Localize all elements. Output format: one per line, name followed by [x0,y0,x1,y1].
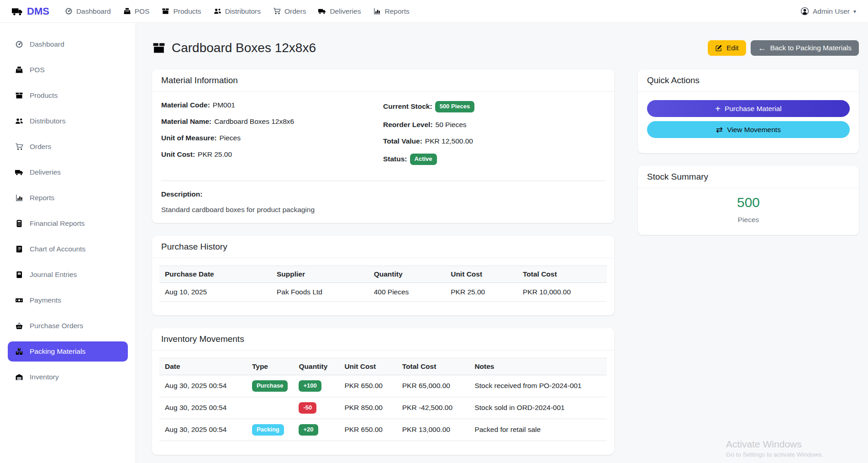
info-field-value: PM001 [213,101,235,109]
nav-item-distributors[interactable]: Distributors [214,7,261,16]
nav-item-label: POS [135,7,150,16]
info-field-label: Current Stock: [383,102,432,111]
sidebar-item-products[interactable]: Products [0,85,136,106]
sidebar-item-label: Products [30,91,58,100]
info-field: Reorder Level:50 Pieces [383,121,605,129]
view-movements-button[interactable]: ⇄ View Movements [647,121,850,138]
material-info-card: Material Information Material Code:PM001… [152,69,614,223]
user-menu[interactable]: Admin User ▾ [800,7,856,16]
sidebar-item-packing-materials[interactable]: Packing Materials [8,341,128,362]
brand-label: DMS [27,5,49,17]
inventory-movements-card: Inventory Movements DateTypeQuantityUnit… [152,328,614,455]
sidebar-item-label: POS [30,66,45,74]
description-text: Standard cardboard boxes for product pac… [161,206,605,214]
truck-icon [15,168,23,176]
sidebar-item-label: Journal Entries [30,271,77,279]
cart-icon [15,143,23,151]
basket-icon [15,322,23,330]
sidebar-item-deliveries[interactable]: Deliveries [0,162,136,182]
sidebar-item-label: Deliveries [30,168,61,176]
date-cell: Aug 30, 2025 00:54 [159,397,247,419]
sidebar-item-inventory[interactable]: Inventory [0,367,136,387]
stock-unit: Pieces [647,216,850,224]
navbar-items: DashboardPOSProductsDistributorsOrdersDe… [65,7,410,16]
sidebar-item-financial-reports[interactable]: Financial Reports [0,213,136,234]
info-field-label: Unit of Measure: [161,134,216,142]
type-cell: Purchase [247,375,294,397]
table-row: Aug 30, 2025 00:54Purchase+100PKR 650.00… [159,375,607,397]
sidebar-item-purchase-orders[interactable]: Purchase Orders [0,316,136,336]
date-cell: Aug 30, 2025 00:54 [159,375,247,397]
info-field-label: Total Value: [383,137,422,145]
quick-actions-card: Quick Actions + Purchase Material ⇄ View… [638,69,859,153]
plus-icon: + [715,104,721,113]
nav-item-orders[interactable]: Orders [273,7,306,16]
info-field: Material Code:PM001 [161,101,383,109]
warehouse-icon [15,373,23,381]
column-header: Quantity [368,266,446,282]
info-field-label: Status: [383,155,407,163]
info-field: Current Stock:500 Pieces [383,101,605,112]
sidebar-item-chart-of-accounts[interactable]: Chart of Accounts [0,239,136,259]
truck-icon [318,7,326,15]
info-field-value: PKR 12,500.00 [425,137,473,145]
inventory-movements-table: DateTypeQuantityUnit CostTotal CostNotes… [159,358,607,441]
box-icon [15,91,23,100]
stock-summary-title: Stock Summary [638,166,859,188]
material-info-title: Material Information [152,69,614,92]
column-header: Quantity [293,358,339,375]
table-cell: PKR 25.00 [445,282,517,301]
nav-item-deliveries[interactable]: Deliveries [318,7,361,16]
people-icon [15,117,23,125]
table-cell: PKR 10,000.00 [517,282,607,301]
quantity-badge: +100 [299,380,321,392]
arrow-left-icon: ← [758,44,766,52]
quantity-cell: -50 [293,397,339,419]
column-header: Type [247,358,294,375]
cart-icon [273,7,281,15]
edit-button[interactable]: Edit [708,40,746,56]
cash-icon [15,296,23,304]
info-field: Unit Cost:PKR 25.00 [161,150,383,159]
info-field: Material Name:Cardboard Boxes 12x8x6 [161,117,383,126]
unit-cost-cell: PKR 850.00 [339,397,396,419]
table-cell: 400 Pieces [368,282,446,301]
nav-item-pos[interactable]: POS [123,7,150,16]
sidebar-item-label: Chart of Accounts [30,245,85,253]
nav-item-reports[interactable]: Reports [373,7,409,16]
sidebar-item-journal-entries[interactable]: Journal Entries [0,265,136,285]
total-cost-cell: PKR 13,000.00 [397,419,469,441]
purchase-history-card: Purchase History Purchase DateSupplierQu… [152,236,614,315]
speedometer-icon [15,40,23,48]
purchase-history-table: Purchase DateSupplierQuantityUnit CostTo… [159,266,607,302]
page-title-text: Cardboard Boxes 12x8x6 [172,41,316,55]
sidebar-item-dashboard[interactable]: Dashboard [0,34,136,54]
register-icon [123,7,131,15]
column-header: Notes [469,358,607,375]
info-field-label: Material Name: [161,117,211,126]
date-cell: Aug 30, 2025 00:54 [159,419,247,441]
info-field-value: Pieces [219,134,241,142]
total-cost-cell: PKR 65,000.00 [397,375,469,397]
nav-item-label: Orders [284,7,306,16]
sidebar-item-label: Dashboard [30,40,64,48]
material-info-right: Current Stock:500 PiecesReorder Level:50… [383,101,605,173]
sidebar-item-reports[interactable]: Reports [0,188,136,208]
sidebar-item-distributors[interactable]: Distributors [0,111,136,131]
back-button[interactable]: ← Back to Packing Materials [751,40,859,56]
main-content: Cardboard Boxes 12x8x6 Edit ← Back to Pa… [136,23,868,463]
sidebar-item-payments[interactable]: Payments [0,290,136,310]
purchase-material-button[interactable]: + Purchase Material [647,100,850,117]
material-info-left: Material Code:PM001Material Name:Cardboa… [161,101,383,173]
table-row: Aug 10, 2025Pak Foods Ltd400 PiecesPKR 2… [159,282,607,301]
sidebar-item-label: Reports [30,194,54,202]
sidebar-item-pos[interactable]: POS [0,60,136,80]
sidebar-item-orders[interactable]: Orders [0,137,136,157]
brand[interactable]: DMS [12,5,49,17]
nav-item-products[interactable]: Products [162,7,201,16]
column-header: Total Cost [397,358,469,375]
nav-item-dashboard[interactable]: Dashboard [65,7,111,16]
pencil-square-icon [715,44,722,52]
info-field: Total Value:PKR 12,500.00 [383,137,605,145]
nav-item-label: Dashboard [76,7,111,16]
